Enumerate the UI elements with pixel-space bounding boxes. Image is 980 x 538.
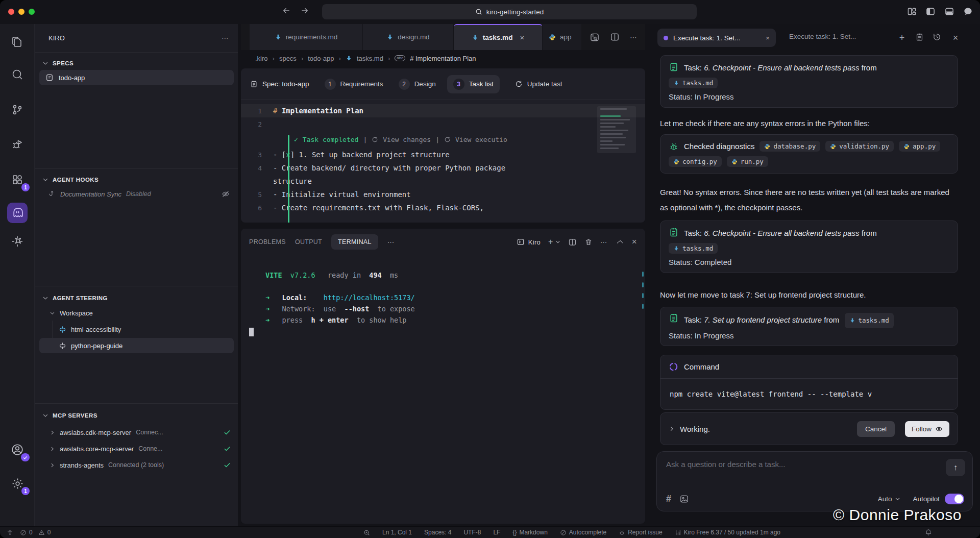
hook-item-documentation-sync[interactable]: Documentation Sync Disabled — [35, 186, 238, 202]
terminal-instance[interactable]: Kiro — [517, 238, 541, 246]
explorer-icon[interactable] — [7, 32, 28, 52]
code-area[interactable]: 1 # Implementation Plan 2 ✓ Task complet… — [241, 100, 645, 214]
maximize-panel-icon[interactable] — [616, 238, 624, 246]
tab-problems[interactable]: PROBLEMS — [249, 238, 286, 246]
breadcrumb-item[interactable]: .kiro — [255, 55, 268, 62]
source-control-icon[interactable] — [7, 100, 28, 120]
file-chip[interactable]: config.py — [669, 156, 722, 167]
mcp-server-row[interactable]: awslabs.cdk-mcp-server Connec... — [35, 425, 238, 440]
file-chip[interactable]: run.py — [727, 156, 768, 167]
spec-item-todo-app[interactable]: todo-app — [39, 70, 234, 85]
section-agent-steering[interactable]: AGENT STEERING — [35, 290, 238, 306]
chat-tab-inactive[interactable]: Execute task: 1. Set... — [789, 33, 869, 40]
minimap[interactable] — [600, 108, 633, 195]
open-preview-icon[interactable] — [590, 32, 600, 42]
command-code[interactable]: npm create vite@latest frontend -- --tem… — [660, 379, 958, 409]
new-chat-icon[interactable]: + — [893, 33, 911, 43]
problems-indicator[interactable]: 0 0 — [20, 529, 51, 536]
cancel-button[interactable]: Cancel — [857, 421, 895, 437]
spec-step-requirements[interactable]: 1 Requirements — [325, 79, 383, 90]
eye-off-icon[interactable] — [222, 190, 230, 198]
sidebar-more-icon[interactable]: ⋯ — [222, 34, 230, 42]
chat-bubble-icon[interactable] — [963, 7, 973, 16]
section-agent-hooks[interactable]: AGENT HOOKS — [35, 172, 238, 187]
chat-messages[interactable]: Task: 6. Checkpoint - Ensure all backend… — [660, 51, 958, 410]
task-list-icon[interactable] — [911, 33, 928, 43]
chat-input[interactable] — [666, 460, 921, 469]
tab-app-py[interactable]: app — [543, 24, 581, 50]
steering-group-workspace[interactable]: Workspace — [35, 305, 238, 321]
update-tasks-button[interactable]: Update tasl — [515, 80, 562, 88]
kiro-ghost-icon[interactable] — [7, 203, 28, 223]
encoding[interactable]: UTF-8 — [463, 529, 481, 536]
toggle-panel-icon[interactable] — [944, 7, 954, 16]
view-execution-link[interactable]: View executio — [455, 136, 507, 143]
spec-step-task-list[interactable]: 3 Task list — [447, 75, 500, 93]
close-tab-icon[interactable]: × — [520, 33, 524, 42]
extensions-icon[interactable]: 1 — [7, 169, 28, 190]
breadcrumb-item[interactable]: tasks.md — [357, 55, 383, 62]
follow-button[interactable]: Follow — [905, 421, 949, 437]
chat-tab-active[interactable]: Execute task: 1. Set... × — [657, 29, 776, 47]
kiro-usage-indicator[interactable]: Kiro Free 6.37 / 50 updated 1m ago — [675, 529, 780, 536]
mode-selector[interactable]: Auto — [878, 495, 901, 503]
zoom-indicator-icon[interactable] — [363, 529, 370, 536]
minimize-window-button[interactable] — [18, 9, 24, 15]
split-editor-icon[interactable] — [610, 32, 620, 42]
editor-more-actions-icon[interactable]: ⋯ — [630, 33, 638, 41]
spec-step-design[interactable]: 2 Design — [399, 79, 436, 90]
close-window-button[interactable] — [8, 9, 14, 15]
section-mcp-servers[interactable]: MCP SERVERS — [35, 408, 238, 423]
tab-design-md[interactable]: design.md — [363, 24, 454, 50]
forward-icon[interactable] — [300, 6, 309, 15]
attach-image-icon[interactable] — [679, 494, 689, 504]
breadcrumb-item[interactable]: specs — [279, 55, 297, 62]
mcp-server-row[interactable]: awslabs.core-mcp-server Conne... — [35, 441, 238, 456]
tab-terminal[interactable]: TERMINAL — [331, 234, 378, 250]
terminal-more-actions-icon[interactable]: ⋯ — [600, 238, 608, 246]
split-terminal-icon[interactable] — [568, 238, 577, 247]
eol[interactable]: LF — [493, 529, 500, 536]
panel-more-tabs-icon[interactable]: ⋯ — [387, 238, 396, 246]
file-chip-tasks-md[interactable]: tasks.md — [845, 313, 894, 328]
section-specs[interactable]: SPECS — [35, 56, 238, 71]
toggle-sidebar-icon[interactable] — [925, 7, 936, 16]
settings-gear-icon[interactable]: 1 — [7, 473, 28, 494]
sparkle-icon[interactable] — [7, 231, 28, 252]
context-hash-icon[interactable]: # — [666, 494, 671, 504]
steering-item-python-pep-guide[interactable]: python-pep-guide — [39, 338, 234, 353]
search-sidebar-icon[interactable] — [7, 64, 28, 85]
back-icon[interactable] — [282, 6, 291, 15]
cursor-position[interactable]: Ln 1, Col 1 — [382, 529, 412, 536]
indentation[interactable]: Spaces: 4 — [424, 529, 451, 536]
breadcrumb-item[interactable]: todo-app — [308, 55, 334, 62]
notifications-bell-icon[interactable] — [925, 529, 932, 536]
file-chip-tasks-md[interactable]: tasks.md — [669, 243, 718, 254]
mcp-server-row[interactable]: strands-agents Connected (2 tools) — [35, 457, 238, 473]
file-chip[interactable]: database.py — [760, 141, 820, 152]
tab-requirements-md[interactable]: requirements.md — [250, 24, 363, 50]
file-chip[interactable]: validation.py — [825, 141, 894, 152]
history-icon[interactable] — [928, 33, 945, 43]
tab-tasks-md[interactable]: tasks.md × — [454, 24, 543, 50]
close-chat-tab-icon[interactable]: × — [766, 34, 770, 42]
kill-terminal-icon[interactable] — [584, 238, 593, 246]
zoom-window-button[interactable] — [29, 9, 35, 15]
tab-output[interactable]: OUTPUT — [295, 238, 322, 246]
localhost-link[interactable]: http://localhost:5173/ — [324, 294, 415, 302]
file-chip-tasks-md[interactable]: tasks.md — [669, 78, 718, 88]
report-issue-button[interactable]: Report issue — [619, 529, 662, 536]
chevron-right-icon[interactable] — [669, 426, 675, 432]
autocomplete-indicator[interactable]: Autocomplete — [560, 529, 606, 536]
autopilot-toggle[interactable] — [945, 494, 964, 504]
language-mode[interactable]: {}Markdown — [512, 529, 547, 536]
file-chip[interactable]: app.py — [899, 141, 940, 152]
accounts-icon[interactable] — [7, 439, 28, 460]
send-button[interactable]: ↑ — [946, 459, 965, 476]
customize-layout-icon[interactable] — [907, 7, 917, 16]
command-center-search[interactable]: kiro-getting-started — [322, 4, 697, 19]
breadcrumb-item[interactable]: # Implementation Plan — [410, 55, 476, 62]
new-terminal-button[interactable]: + — [548, 237, 560, 247]
steering-item-html-accessibility[interactable]: html-accessibility — [35, 322, 238, 337]
close-panel-icon[interactable]: × — [632, 237, 637, 247]
